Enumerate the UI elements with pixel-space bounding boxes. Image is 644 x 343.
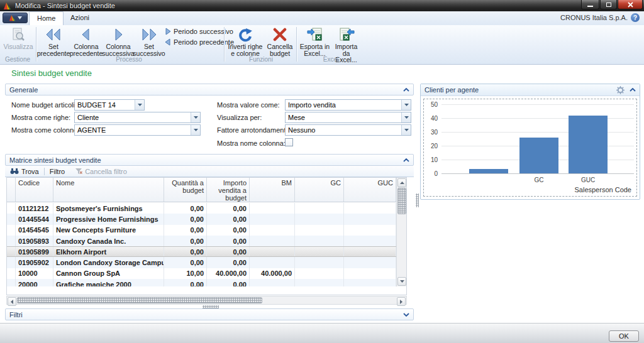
- table-cell[interactable]: Cannon Group SpA: [53, 268, 164, 279]
- gear-icon[interactable]: [616, 86, 625, 94]
- ok-button[interactable]: OK: [609, 330, 639, 342]
- table-cell[interactable]: 0,00: [207, 257, 250, 268]
- table-row[interactable]: 01905899Elkhorn Airport0,000,00: [7, 246, 397, 257]
- table-cell[interactable]: [295, 214, 344, 224]
- table-cell[interactable]: 0,00: [207, 279, 250, 286]
- horizontal-scroll-thumb[interactable]: [17, 297, 262, 303]
- table-cell[interactable]: Candoxy Canada Inc.: [53, 236, 164, 246]
- table-cell[interactable]: 01905902: [16, 257, 53, 268]
- table-cell[interactable]: Spotsmeyer's Furnishings: [53, 203, 164, 214]
- table-cell[interactable]: 0,00: [164, 247, 207, 256]
- table-row[interactable]: 01121212Spotsmeyer's Furnishings0,000,00: [7, 203, 397, 214]
- table-cell[interactable]: [295, 268, 344, 279]
- table-cell[interactable]: [344, 225, 396, 236]
- table-cell[interactable]: 01905899: [16, 247, 53, 256]
- row-selector-cell[interactable]: [7, 236, 16, 246]
- set-successivo-button[interactable]: Set successivo: [135, 26, 164, 57]
- scroll-right-icon[interactable]: [397, 297, 406, 306]
- dropdown-arrow-icon[interactable]: [191, 125, 200, 135]
- restore-button[interactable]: [600, 0, 617, 9]
- nome-budget-combo[interactable]: BUDGET 14: [74, 99, 145, 111]
- table-cell[interactable]: [250, 279, 295, 286]
- table-row[interactable]: 01905893Candoxy Canada Inc.0,000,00: [7, 236, 397, 246]
- table-cell[interactable]: [250, 214, 295, 224]
- chevron-up-icon[interactable]: [630, 88, 636, 92]
- table-cell[interactable]: 0,00: [207, 214, 250, 224]
- table-cell[interactable]: 40.000,00: [207, 268, 250, 279]
- table-cell[interactable]: 0,00: [207, 203, 250, 214]
- dropdown-arrow-icon[interactable]: [401, 112, 411, 122]
- mostra-nome-checkbox[interactable]: [285, 138, 293, 146]
- cancella-filtro-button[interactable]: Cancella filtro: [70, 168, 132, 175]
- table-cell[interactable]: 0,00: [164, 214, 207, 224]
- panel-splitter-handle[interactable]: [416, 193, 419, 207]
- table-cell[interactable]: Progressive Home Furnishings: [53, 214, 164, 224]
- table-cell[interactable]: 10,00: [164, 268, 207, 279]
- mostra-colonne-combo[interactable]: AGENTE: [74, 124, 201, 136]
- cancella-budget-button[interactable]: Cancella budget: [265, 26, 295, 57]
- dropdown-arrow-icon[interactable]: [135, 100, 144, 110]
- fasttab-matrice-header[interactable]: Matrice sintesi budget vendite: [5, 154, 414, 166]
- table-cell[interactable]: 0,00: [164, 236, 207, 246]
- dropdown-arrow-icon[interactable]: [191, 112, 200, 122]
- table-cell[interactable]: [250, 225, 295, 236]
- table-cell[interactable]: 01454545: [16, 225, 53, 236]
- table-cell[interactable]: [344, 247, 396, 256]
- table-cell[interactable]: [344, 203, 396, 214]
- table-row[interactable]: 01445544Progressive Home Furnishings0,00…: [7, 214, 397, 224]
- filtro-button[interactable]: Filtro: [45, 168, 70, 175]
- application-menu-button[interactable]: [3, 13, 28, 23]
- table-cell[interactable]: London Candoxy Storage Campus: [53, 257, 164, 268]
- chart-panel-header[interactable]: Clienti per agente: [421, 84, 640, 96]
- table-cell[interactable]: Elkhorn Airport: [53, 247, 164, 256]
- visualizza-button[interactable]: Visualizza: [3, 26, 34, 50]
- table-cell[interactable]: [344, 236, 396, 246]
- tab-home[interactable]: Home: [29, 11, 64, 25]
- table-cell[interactable]: [344, 257, 396, 268]
- table-cell[interactable]: [295, 279, 344, 286]
- table-cell[interactable]: [295, 225, 344, 236]
- dropdown-arrow-icon[interactable]: [401, 100, 411, 110]
- row-selector-cell[interactable]: [7, 268, 16, 279]
- colonna-successiva-button[interactable]: Colonna successiva: [103, 26, 134, 57]
- mostra-righe-combo[interactable]: Cliente: [74, 112, 201, 123]
- table-cell[interactable]: [295, 203, 344, 214]
- chevron-up-icon[interactable]: [403, 88, 409, 92]
- table-cell[interactable]: 0,00: [207, 236, 250, 246]
- table-cell[interactable]: [344, 268, 396, 279]
- inverti-righe-colonne-button[interactable]: Inverti righe e colonne: [226, 26, 264, 57]
- table-cell[interactable]: [295, 247, 344, 256]
- table-cell[interactable]: New Concepts Furniture: [53, 225, 164, 236]
- bar-blank[interactable]: [469, 169, 508, 173]
- help-icon[interactable]: ?: [631, 13, 640, 22]
- dropdown-arrow-icon[interactable]: [401, 125, 411, 135]
- tab-azioni[interactable]: Azioni: [63, 11, 97, 25]
- fattore-combo[interactable]: Nessuno: [285, 124, 411, 136]
- table-cell[interactable]: [295, 236, 344, 246]
- table-cell[interactable]: [295, 257, 344, 268]
- vertical-scrollbar[interactable]: [396, 178, 406, 286]
- table-cell[interactable]: 0,00: [164, 279, 207, 286]
- table-cell[interactable]: [250, 247, 295, 256]
- table-row[interactable]: 10000Cannon Group SpA10,0040.000,0040.00…: [7, 268, 397, 279]
- column-header-bm[interactable]: BM: [250, 178, 295, 202]
- table-row[interactable]: 20000Grafiche magiche 20000,000,00: [7, 279, 397, 286]
- table-cell[interactable]: [250, 203, 295, 214]
- column-header-codice[interactable]: Codice: [16, 178, 53, 202]
- table-cell[interactable]: 40.000,00: [250, 268, 295, 279]
- colonna-precedente-button[interactable]: Colonna precedente: [70, 26, 102, 57]
- table-cell[interactable]: 10000: [16, 268, 53, 279]
- scroll-down-icon[interactable]: [397, 277, 406, 286]
- row-selector-cell[interactable]: [7, 214, 16, 224]
- scroll-up-icon[interactable]: [397, 178, 406, 187]
- column-header-guc[interactable]: GUC: [344, 178, 396, 202]
- row-selector-header[interactable]: [7, 178, 16, 202]
- table-cell[interactable]: 0,00: [164, 257, 207, 268]
- table-row[interactable]: 01905902London Candoxy Storage Campus0,0…: [7, 257, 397, 268]
- table-cell[interactable]: 01905893: [16, 236, 53, 246]
- mostra-valore-combo[interactable]: Importo vendita: [285, 99, 411, 111]
- table-cell[interactable]: [344, 214, 396, 224]
- table-cell[interactable]: 01445544: [16, 214, 53, 224]
- bar-GUC[interactable]: [569, 116, 608, 173]
- row-selector-cell[interactable]: [7, 225, 16, 236]
